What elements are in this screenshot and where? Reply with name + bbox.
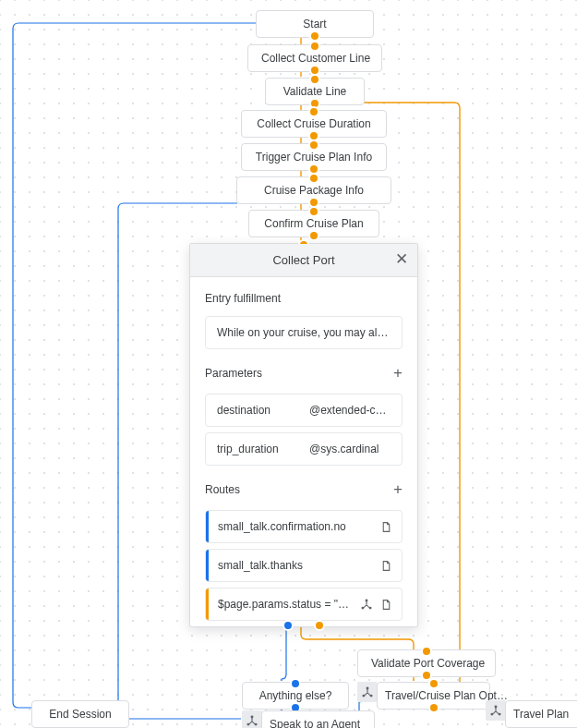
label-text: Entry fulfillment [205,292,281,305]
svg-point-3 [367,686,369,689]
branch-icon[interactable] [360,598,373,612]
handle-in[interactable] [308,140,319,151]
param-entity: @extended-countries [309,404,391,417]
node-collect-cruise-duration[interactable]: Collect Cruise Duration [241,110,387,138]
node-validate-port-coverage[interactable]: Validate Port Coverage [357,649,496,677]
route-row[interactable]: $page.params.status = "FINAL" [205,588,403,621]
node-end-session[interactable]: End Session [31,700,129,728]
handle-out[interactable] [308,230,319,241]
handle-in[interactable] [308,106,319,117]
node-confirm-cruise-plan[interactable]: Confirm Cruise Plan [248,210,379,237]
param-entity: @sys.cardinal [309,443,391,455]
route-row[interactable]: small_talk.thanks [205,549,403,582]
page-icon[interactable] [380,597,392,611]
panel-title: Collect Port [272,253,334,267]
page-icon[interactable] [380,519,392,533]
route-color-bar [206,511,209,542]
entry-text: While on your cruise, you may also need … [217,326,391,339]
section-routes-label: Routes + [205,480,403,499]
handle-in[interactable] [309,74,320,85]
node-trigger-cruise-plan-info[interactable]: Trigger Cruise Plan Info [241,143,387,171]
route-text: $page.params.status = "FINAL" [218,588,353,620]
node-collect-port-panel[interactable]: Collect Port ✕ Entry fulfillment While o… [189,243,418,627]
node-label: Start [303,18,326,30]
label-text: Parameters [205,367,262,380]
flow-canvas[interactable]: Start Collect Customer Line Validate Lin… [0,0,577,728]
route-row[interactable]: small_talk.confirmation.no [205,510,403,543]
node-label: Validate Line [283,85,347,98]
node-label: Anything else? [259,689,332,702]
page-icon[interactable] [380,558,392,572]
handle-in[interactable] [308,173,319,184]
node-label: Confirm Cruise Plan [264,217,363,230]
node-label: Collect Customer Line [261,52,370,65]
svg-point-0 [366,600,368,602]
svg-point-6 [251,715,254,718]
node-cruise-package-info[interactable]: Cruise Package Info [236,176,391,204]
node-label: End Session [49,708,111,721]
node-label: Collect Cruise Duration [257,117,370,130]
node-travel-cruise-plan-opt[interactable]: Travel/Cruise Plan Opt… [377,682,490,710]
node-label: Speak to an Agent [270,718,360,728]
panel-body: Entry fulfillment While on your cruise, … [190,277,417,626]
section-parameters-label: Parameters + [205,364,403,382]
route-color-bar [206,550,209,581]
handle-in[interactable] [421,646,432,657]
svg-point-9 [495,705,498,708]
handle-out[interactable] [428,702,439,713]
section-entry-label: Entry fulfillment [205,292,403,305]
parameter-row[interactable]: trip_duration @sys.cardinal [205,432,403,466]
panel-titlebar: Collect Port ✕ [190,244,417,277]
add-parameter-button[interactable]: + [393,364,403,382]
node-collect-customer-line[interactable]: Collect Customer Line [247,44,382,72]
handle-out-orange[interactable] [314,620,325,631]
param-name: trip_duration [217,443,298,455]
node-start[interactable]: Start [256,10,374,38]
flow-badge-icon [357,682,378,702]
parameter-row[interactable]: destination @extended-countries [205,394,403,427]
handle-in[interactable] [308,206,319,217]
node-speak-to-agent[interactable]: Speak to an Agent [261,710,375,728]
add-route-button[interactable]: + [393,480,403,499]
handle-in[interactable] [428,678,439,689]
flow-badge-icon [242,710,262,728]
route-color-bar [206,588,209,620]
node-travel-plan[interactable]: Travel Plan [505,700,577,728]
close-icon[interactable]: ✕ [395,251,408,267]
route-text: small_talk.thanks [218,550,373,581]
handle-in[interactable] [290,678,301,689]
handle-in[interactable] [309,41,320,52]
handle-out-blue[interactable] [282,620,294,631]
node-anything-else[interactable]: Anything else? [242,682,349,710]
entry-fulfillment-card[interactable]: While on your cruise, you may also need … [205,316,403,349]
node-validate-line[interactable]: Validate Line [265,78,365,105]
param-name: destination [217,404,298,417]
route-text: small_talk.confirmation.no [218,511,373,542]
node-label: Cruise Package Info [264,184,364,197]
node-label: Validate Port Coverage [371,657,485,670]
flow-badge-icon [486,700,506,721]
node-label: Travel Plan [513,708,569,721]
label-text: Routes [205,483,240,496]
node-label: Trigger Cruise Plan Info [256,151,372,164]
